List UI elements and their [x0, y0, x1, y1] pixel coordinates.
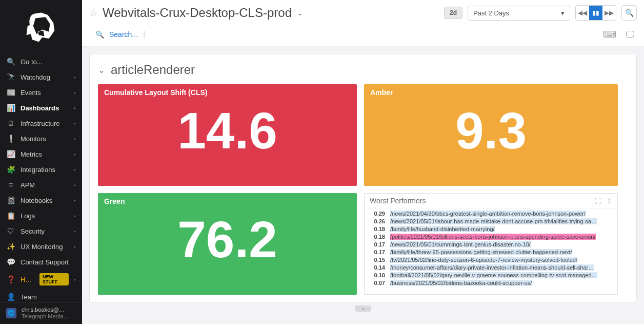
chevron-right-icon: ▸: [74, 137, 76, 141]
nav-icon: 📰: [6, 88, 15, 97]
title-dropdown-icon[interactable]: ⌄: [297, 9, 303, 17]
nav-icon: 📊: [6, 104, 15, 112]
search-input[interactable]: Search...: [109, 30, 138, 39]
wp-row[interactable]: 0.17/family/life/threw-95-possessions-ge…: [369, 248, 613, 256]
sidebar-item-infrastructure[interactable]: 🖥Infrastructure▸: [0, 116, 82, 131]
display-icon[interactable]: 🖵: [626, 29, 635, 40]
sidebar-item-monitors[interactable]: ❕Monitors▸: [0, 131, 82, 146]
wp-path: /football/2021/05/02/gary-neville-v-grae…: [390, 272, 597, 278]
wp-row[interactable]: 0.15/tv/2021/05/02/line-duty-season-6-ep…: [369, 256, 613, 263]
sidebar-item-security[interactable]: 🛡Security▸: [0, 223, 82, 239]
nav-icon: 🔍: [6, 58, 15, 66]
tile-value: 76.2: [98, 214, 357, 265]
sidebar-item-apm[interactable]: ≡APM▸: [0, 177, 82, 193]
wp-score: 0.18: [370, 226, 385, 232]
sidebar-item-metrics[interactable]: 📈Metrics▸: [0, 146, 82, 162]
sidebar-item-go-to-[interactable]: 🔍Go to...: [0, 54, 82, 69]
tile-worst-performers[interactable]: Worst Performers ⛶ ⇪ 0.29/news/2021/04/3…: [364, 193, 618, 295]
sidebar-item-ux-monitoring[interactable]: ✨UX Monitoring▸: [0, 239, 82, 254]
wp-row[interactable]: 0.26/news/2021/05/01/labour-has-made-mis…: [369, 217, 613, 225]
wp-score: 0.18: [370, 234, 385, 240]
group-title: articleRenderer: [111, 63, 195, 77]
wp-row[interactable]: 0.29/news/2021/04/30/bbcs-greatest-singl…: [369, 209, 613, 217]
wp-path: /tv/2021/05/02/line-duty-season-6-episod…: [390, 257, 577, 263]
wp-score: 0.17: [370, 241, 385, 247]
wp-score: 0.10: [370, 272, 385, 278]
nav-icon: 📈: [6, 150, 15, 158]
fullscreen-icon[interactable]: ⛶: [595, 197, 601, 205]
wp-row[interactable]: 0.18/politics/2021/05/01/billions-scots-…: [369, 233, 613, 240]
sidebar-item-events[interactable]: 📰Events▸: [0, 85, 82, 100]
nav-icon: ≡: [6, 181, 15, 189]
nav-label: Help: [21, 276, 32, 283]
step-forward-button[interactable]: ▶▶: [602, 6, 616, 20]
nav-icon: 🧩: [6, 165, 15, 174]
chevron-right-icon: ▸: [74, 198, 76, 203]
nav-icon: 💬: [6, 258, 15, 266]
nav-label: APM: [21, 181, 35, 189]
wp-path: /news/2021/04/30/bbcs-greatest-single-am…: [390, 211, 586, 217]
wp-path: /family/life/husband-disinherited-marryi…: [390, 226, 495, 232]
wp-list: 0.29/news/2021/04/30/bbcs-greatest-singl…: [365, 208, 617, 294]
chevron-right-icon: ▸: [74, 183, 76, 187]
chevron-right-icon: ▸: [74, 229, 76, 234]
timerange-select[interactable]: Past 2 Days ▾: [468, 6, 570, 21]
wp-row[interactable]: 0.10/football/2021/05/02/gary-neville-v-…: [369, 271, 613, 279]
wp-title: Worst Performers: [370, 197, 426, 205]
group-article-renderer: ⌄ articleRenderer Cumulative Layout Shif…: [89, 54, 637, 302]
nav-icon: 👤: [6, 293, 15, 301]
wp-header: Worst Performers ⛶ ⇪: [365, 194, 617, 208]
playback-controls: ◀◀ ▮▮ ▶▶: [575, 5, 616, 21]
chevron-right-icon: ▸: [74, 214, 76, 218]
wp-row[interactable]: 0.17/news/2021/05/01/cummings-isnt-geniu…: [369, 240, 613, 248]
keyboard-icon[interactable]: ⌨: [603, 29, 616, 40]
user-block[interactable]: 🌐 chris.boakes@… Telegraph Media…: [0, 302, 82, 324]
step-back-button[interactable]: ◀◀: [576, 6, 589, 20]
group-header[interactable]: ⌄ articleRenderer: [98, 63, 628, 77]
chevron-right-icon: ▸: [74, 152, 76, 157]
sidebar-item-team[interactable]: 👤Team: [0, 289, 82, 302]
nav-label: Dashboards: [21, 104, 59, 112]
nav-label: Infrastructure: [21, 120, 60, 127]
search-button[interactable]: 🔍: [621, 5, 637, 21]
sidebar-item-help[interactable]: ❓HelpNEW STUFF▸: [0, 270, 82, 289]
collapse-icon: ⌄: [98, 65, 105, 75]
chevron-right-icon: ▸: [74, 244, 76, 249]
chevron-right-icon: ▸: [74, 167, 76, 172]
timerange-pill[interactable]: 2d: [444, 7, 462, 19]
favorite-star-icon[interactable]: ☆: [89, 7, 97, 18]
nav-icon: 📋: [6, 212, 15, 220]
nav-icon: ✨: [6, 242, 15, 251]
tile-green[interactable]: Green 76.2: [98, 193, 357, 295]
sidebar-item-notebooks[interactable]: 📓Notebooks▸: [0, 193, 82, 208]
logo: [0, 0, 82, 54]
sidebar-item-contact-support[interactable]: 💬Contact Support: [0, 254, 82, 270]
resize-handle[interactable]: ▪▪▪: [355, 306, 371, 312]
tile-value: 14.6: [98, 105, 357, 156]
nav-label: Integrations: [21, 166, 55, 174]
tile-value: 9.3: [364, 105, 618, 156]
wp-row[interactable]: 0.18/family/life/husband-disinherited-ma…: [369, 225, 613, 233]
export-icon[interactable]: ⇪: [607, 197, 612, 205]
avatar: 🌐: [6, 308, 16, 318]
nav: 🔍Go to...🔭Watchdog▸📰Events▸📊Dashboards▸🖥…: [0, 54, 82, 302]
searchbar: 🔍 Search... | ⌨ 🖵: [82, 24, 644, 47]
sidebar-item-logs[interactable]: 📋Logs▸: [0, 208, 82, 223]
timerange-label: Past 2 Days: [473, 9, 509, 17]
tile-cls[interactable]: Cumulative Layout Shift (CLS) 14.6: [98, 84, 357, 186]
sidebar: 🔍Go to...🔭Watchdog▸📰Events▸📊Dashboards▸🖥…: [0, 0, 82, 324]
wp-score: 0.17: [370, 249, 385, 255]
sidebar-item-dashboards[interactable]: 📊Dashboards▸: [0, 100, 82, 116]
nav-label: UX Monitoring: [21, 243, 63, 251]
wp-score: 0.15: [370, 257, 385, 263]
wp-path: /news/2021/05/01/labour-has-made-mistake…: [390, 218, 597, 224]
nav-label: Logs: [21, 212, 35, 220]
chevron-right-icon: ▸: [74, 90, 76, 95]
pause-button[interactable]: ▮▮: [589, 6, 602, 20]
sidebar-item-watchdog[interactable]: 🔭Watchdog▸: [0, 69, 82, 85]
tile-amber[interactable]: Amber 9.3: [364, 84, 618, 186]
wp-row[interactable]: 0.14/money/consumer-affairs/diary-privat…: [369, 263, 613, 271]
sidebar-item-integrations[interactable]: 🧩Integrations▸: [0, 162, 82, 177]
wp-row[interactable]: 0.07/business/2021/05/02/bidens-bazooka-…: [369, 279, 613, 287]
wp-score: 0.29: [370, 211, 385, 217]
